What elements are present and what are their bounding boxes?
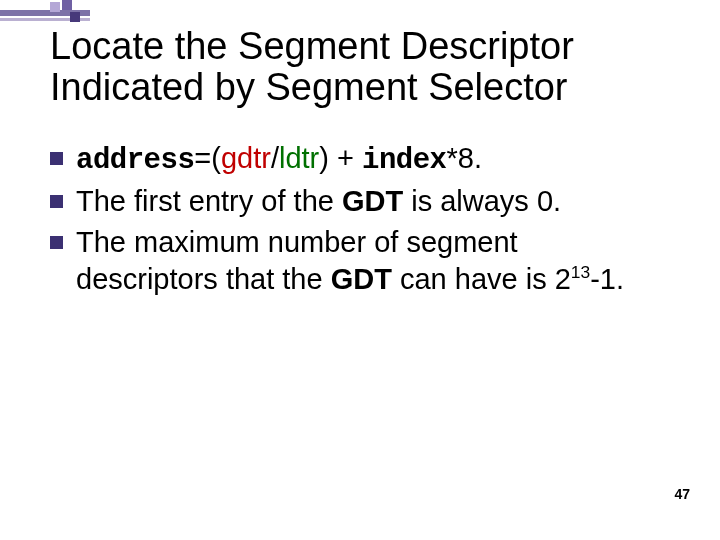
text-post: is always 0. [403,185,561,217]
bullet-item-1: address=(gdtr/ldtr) + index*8. [50,140,650,179]
text-tail: *8. [447,142,482,174]
text-eq-open: =( [194,142,221,174]
text-gdt-bold: GDT [331,263,392,295]
title-line-2: Indicated by Segment Selector [50,66,568,108]
square-bullet-icon [50,152,63,165]
slide: Locate the Segment Descriptor Indicated … [0,0,720,540]
code-address: address [76,144,194,177]
page-number: 47 [674,486,690,502]
square-bullet-icon [50,236,63,249]
slide-master-decoration [0,0,90,28]
deco-square-icon [50,2,60,12]
text-gdtr: gdtr [221,142,271,174]
bullet-item-2: The first entry of the GDT is always 0. [50,183,650,220]
deco-square-icon [62,0,72,10]
slide-body: address=(gdtr/ldtr) + index*8. The first… [50,140,650,302]
slide-title: Locate the Segment Descriptor Indicated … [50,26,670,108]
bullet-item-3: The maximum number of segment descriptor… [50,224,650,298]
text-close-plus: ) + [319,142,362,174]
text-exponent: 13 [571,263,590,283]
text-ldtr: ldtr [279,142,319,174]
text-post: -1. [590,263,624,295]
square-bullet-icon [50,195,63,208]
code-index: index [362,144,447,177]
text-gdt-bold: GDT [342,185,403,217]
title-line-1: Locate the Segment Descriptor [50,25,574,67]
text-slash: / [271,142,279,174]
deco-square-icon [70,12,80,22]
text-mid: can have is 2 [392,263,571,295]
text-pre: The first entry of the [76,185,342,217]
